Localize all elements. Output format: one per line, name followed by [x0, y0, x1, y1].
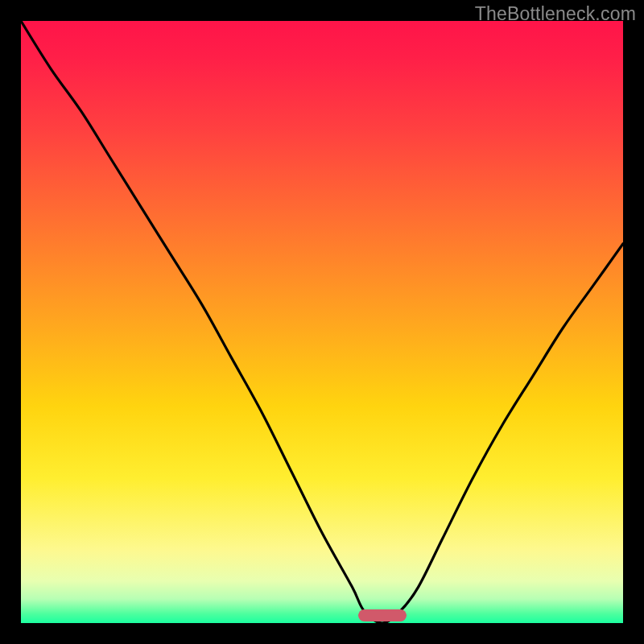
- min-marker: [358, 609, 407, 621]
- chart-frame: TheBottleneck.com: [0, 0, 644, 644]
- bottleneck-curve: [21, 21, 623, 623]
- plot-area: [21, 21, 623, 623]
